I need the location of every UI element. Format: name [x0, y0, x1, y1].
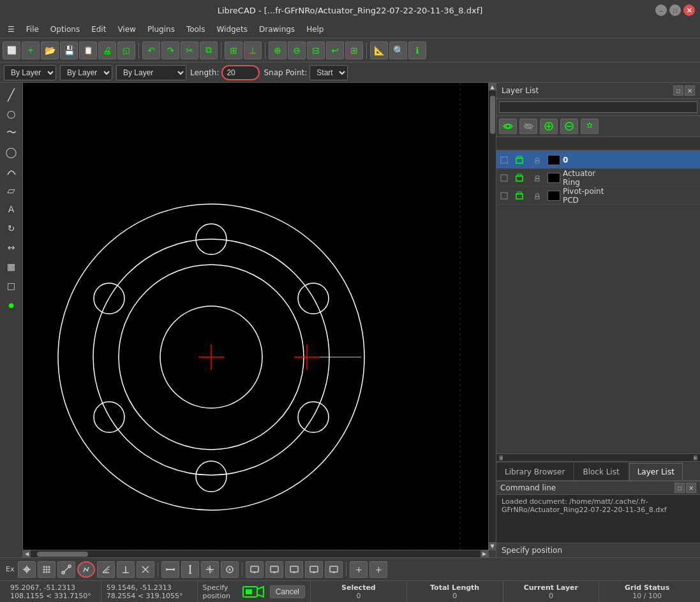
h-scrollbar[interactable]: [23, 550, 488, 557]
layer-lock-0[interactable]: [530, 156, 545, 165]
print-preview-button[interactable]: ◱: [117, 41, 135, 59]
layer-add-button[interactable]: [540, 119, 558, 134]
snap-on-button[interactable]: [221, 561, 239, 578]
display-monitor-2[interactable]: [265, 561, 283, 578]
v-scroll-down[interactable]: ▼: [488, 542, 496, 550]
layer-visible-1[interactable]: [499, 174, 509, 182]
tab-block-list[interactable]: Block List: [574, 463, 627, 480]
layer-color-2[interactable]: [547, 191, 560, 201]
layer-show-all-button[interactable]: [499, 119, 517, 134]
tool-circle[interactable]: ○: [3, 105, 20, 122]
restrict-vert-button[interactable]: [181, 561, 199, 578]
snap-crosshair-button[interactable]: [18, 561, 36, 578]
tool-rotate[interactable]: ↻: [3, 219, 20, 237]
snap-select[interactable]: Start: [309, 65, 348, 80]
menu-file[interactable]: File: [21, 23, 44, 36]
save-as-button[interactable]: 📋: [79, 41, 97, 59]
canvas-area[interactable]: ◀ ▶ ▲ ▼: [23, 83, 496, 557]
layer-color-1[interactable]: [547, 173, 560, 183]
tool-snap[interactable]: ●: [3, 296, 20, 314]
snap-none-button[interactable]: [137, 561, 154, 578]
layer-filter-input[interactable]: [499, 101, 697, 113]
zoom-in-button[interactable]: ⊕: [269, 41, 287, 59]
display-monitor-5[interactable]: [325, 561, 343, 578]
properties-button[interactable]: 🔍: [389, 41, 407, 59]
scroll-right-arrow[interactable]: ▶: [694, 455, 697, 460]
display-monitor-4[interactable]: [305, 561, 323, 578]
tool-arc[interactable]: [3, 162, 20, 180]
print-button[interactable]: 🖨: [98, 41, 116, 59]
tab-layer-list[interactable]: Layer List: [629, 463, 683, 480]
menu-edit[interactable]: Edit: [86, 23, 111, 36]
tool-hatch[interactable]: ▦: [3, 258, 20, 275]
redo-button[interactable]: ↷: [161, 41, 179, 59]
v-scroll-up[interactable]: ▲: [488, 83, 496, 91]
zoom-out-button[interactable]: ⊖: [288, 41, 306, 59]
open-button[interactable]: 📂: [41, 41, 59, 59]
layer-row-2[interactable]: Pivot-pointPCD: [496, 187, 700, 205]
h-scrollbar-thumb[interactable]: [37, 552, 88, 557]
color-select[interactable]: By Layer: [4, 65, 56, 80]
command-panel-float-button[interactable]: □: [674, 483, 685, 493]
layer-visible-2[interactable]: [499, 192, 509, 200]
menu-appicon[interactable]: ☰: [3, 23, 20, 36]
v-scrollbar[interactable]: [488, 83, 496, 550]
zoom-window-button[interactable]: ⊞: [345, 41, 363, 59]
menu-widgets[interactable]: Widgets: [211, 23, 253, 36]
tool-insert[interactable]: □: [3, 277, 20, 295]
grid-toggle-button[interactable]: ⊞: [225, 41, 242, 59]
snap-endpoint-button[interactable]: [57, 561, 75, 578]
layer-settings-button[interactable]: [581, 119, 599, 134]
layer-color-0[interactable]: [547, 155, 560, 165]
snap-grid-button[interactable]: [38, 561, 56, 578]
layer-print-1[interactable]: [512, 173, 527, 183]
layer-print-2[interactable]: [512, 191, 527, 201]
display-monitor-1[interactable]: [246, 561, 264, 578]
restrict-horiz-button[interactable]: [161, 561, 179, 578]
layer-lock-2[interactable]: [530, 191, 545, 200]
menu-tools[interactable]: Tools: [181, 23, 211, 36]
tab-library-browser[interactable]: Library Browser: [496, 463, 573, 480]
new-doc-button[interactable]: +: [22, 41, 40, 59]
layer-lock-1[interactable]: [530, 173, 545, 182]
minimize-button[interactable]: –: [655, 4, 667, 16]
tool-ellipse[interactable]: ◯: [3, 143, 20, 161]
tool-select[interactable]: ▱: [3, 181, 20, 199]
layer-visible-0[interactable]: [499, 156, 509, 164]
layer-panel-float-button[interactable]: □: [673, 85, 683, 96]
zoom-fit-button[interactable]: ⊟: [307, 41, 325, 59]
undo-button[interactable]: ↶: [142, 41, 160, 59]
measure-button[interactable]: 📐: [370, 41, 388, 59]
restrict-45-button[interactable]: [201, 561, 219, 578]
cancel-button[interactable]: Cancel: [270, 585, 305, 598]
layer-h-scrollbar[interactable]: ◀ ▶: [496, 453, 700, 461]
maximize-button[interactable]: □: [669, 4, 681, 16]
snap-perpendicular-button[interactable]: [117, 561, 135, 578]
command-panel-close-button[interactable]: ✕: [686, 483, 696, 493]
add-view-1[interactable]: +: [350, 561, 368, 578]
h-scroll-left[interactable]: ◀: [23, 550, 31, 557]
copy-button[interactable]: ⧉: [200, 41, 218, 59]
layer-print-0[interactable]: [512, 155, 527, 165]
layer-panel-close-button[interactable]: ✕: [685, 85, 695, 96]
linetype-select[interactable]: By Layer: [60, 65, 112, 80]
tool-text[interactable]: A: [3, 200, 20, 218]
tool-dimension[interactable]: ↔: [3, 239, 20, 256]
display-monitor-3[interactable]: [285, 561, 303, 578]
menu-options[interactable]: Options: [45, 23, 85, 36]
cut-button[interactable]: ✂: [181, 41, 198, 59]
layer-row-1[interactable]: ActuatorRing: [496, 169, 700, 187]
menu-help[interactable]: Help: [301, 23, 329, 36]
zoom-prev-button[interactable]: ↩: [326, 41, 344, 59]
tool-curve[interactable]: 〜: [3, 124, 20, 142]
close-button[interactable]: ✕: [683, 4, 695, 16]
layer-remove-button[interactable]: [560, 119, 578, 134]
tool-line[interactable]: ╱: [3, 85, 20, 103]
info-button[interactable]: ℹ: [408, 41, 426, 59]
menu-plugins[interactable]: Plugins: [142, 23, 180, 36]
menu-drawings[interactable]: Drawings: [254, 23, 300, 36]
linewidth-select[interactable]: By Layer: [116, 65, 186, 80]
add-view-2[interactable]: +: [369, 561, 387, 578]
save-button[interactable]: 💾: [60, 41, 78, 59]
menu-view[interactable]: View: [112, 23, 140, 36]
